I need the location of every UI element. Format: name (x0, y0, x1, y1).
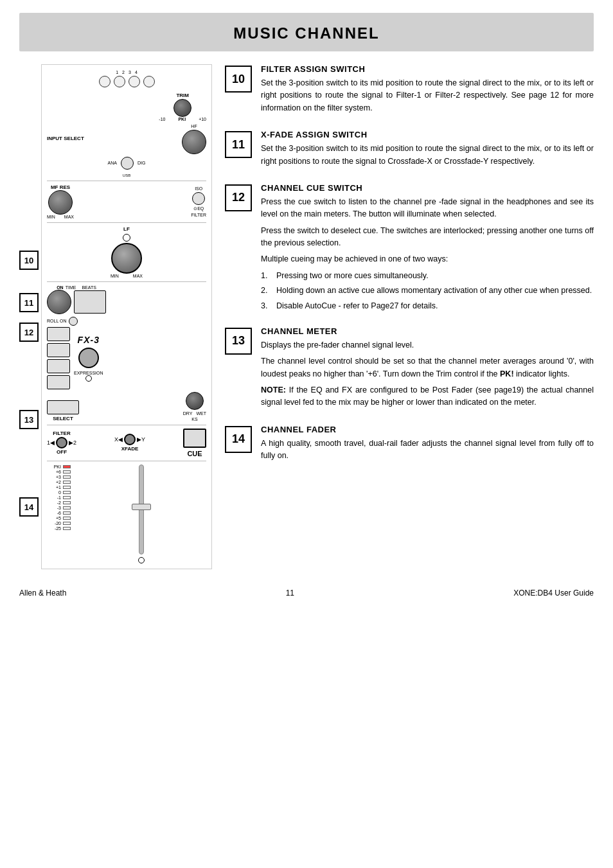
section-12-para-0: Press the cue switch to listen to the ch… (261, 196, 594, 221)
descriptions-panel: 10 FILTER ASSIGN SWITCH Set the 3-positi… (225, 64, 594, 569)
ana-button[interactable] (121, 157, 134, 170)
section-12-para-2: Multiple cueing may be achieved in one o… (261, 253, 594, 265)
input-jack-1 (99, 76, 111, 87)
section-13-para-1: The channel level control should be set … (261, 355, 594, 380)
page-footer: Allen & Heath 11 XONE:DB4 User Guide (19, 589, 594, 598)
input-jack-2 (114, 76, 125, 87)
section-12-body: CHANNEL CUE SWITCH Press the cue switch … (261, 183, 594, 315)
number-box-10: 10 (225, 66, 252, 93)
trim-knob (173, 99, 191, 117)
section-10-para-0: Set the 3-position switch to its mid pos… (261, 77, 594, 114)
channel-meter: PKI +6 +3 +2 +1 0 -1 -2 -3 -6 +5 -20 -25 (47, 465, 71, 531)
badge-13: 13 (19, 410, 39, 429)
channel-strip: 1 2 3 4 TRIM (41, 64, 212, 569)
section-13-body: CHANNEL METER Displays the pre-fader cha… (261, 326, 594, 413)
section-14-title: CHANNEL FADER (261, 425, 594, 434)
hf-knob (182, 130, 206, 154)
section-13-para-2: NOTE: If the EQ and FX are configured to… (261, 384, 594, 409)
fx-btn-2[interactable] (47, 343, 70, 357)
badge-10: 10 (19, 251, 39, 270)
page-title: MUSIC CHANNEL (19, 24, 594, 42)
section-12-para-1: Press the switch to deselect cue. The sw… (261, 225, 594, 250)
section-11-body: X-FADE ASSIGN SWITCH Set the 3-position … (261, 130, 594, 172)
filter-switch[interactable] (56, 437, 67, 448)
input-select-label: INPUT SELECT (47, 136, 84, 142)
section-12-text: Press the cue switch to listen to the ch… (261, 196, 594, 312)
cue-label: CUE (187, 450, 202, 457)
mf-res-knob (48, 190, 73, 215)
fx-btn-3[interactable] (47, 359, 70, 373)
section-12: 12 CHANNEL CUE SWITCH Press the cue swit… (225, 183, 594, 315)
badge-column: 10 11 12 13 14 (19, 64, 39, 569)
section-12-list-3: 3. Disable AutoCue - refer to Page27 for… (261, 300, 594, 312)
badge-14: 14 (19, 497, 39, 517)
section-13-title: CHANNEL METER (261, 326, 594, 336)
section-11-text: Set the 3-position switch to its mid pos… (261, 143, 594, 168)
section-14-para-0: A high quality, smooth travel, dual-rail… (261, 438, 594, 463)
input-jack-3 (129, 76, 140, 87)
section-11-title: X-FADE ASSIGN SWITCH (261, 130, 594, 139)
badge-12: 12 (19, 323, 39, 342)
section-12-title: CHANNEL CUE SWITCH (261, 183, 594, 193)
badge-11: 11 (19, 293, 39, 312)
section-14-text: A high quality, smooth travel, dual-rail… (261, 438, 594, 463)
xfade-switch[interactable] (124, 434, 136, 445)
fader-led (138, 557, 145, 563)
footer-left: Allen & Heath (19, 589, 66, 598)
section-10-body: FILTER ASSIGN SWITCH Set the 3-position … (261, 64, 594, 118)
trim-label: TRIM (176, 93, 189, 99)
section-10-text: Set the 3-position switch to its mid pos… (261, 77, 594, 114)
fx3-label: FX-3 (78, 335, 100, 345)
number-box-13: 13 (225, 328, 252, 355)
footer-center: 11 (286, 589, 294, 598)
fx-expression-knob (78, 348, 99, 368)
section-11: 11 X-FADE ASSIGN SWITCH Set the 3-positi… (225, 130, 594, 172)
cue-button[interactable] (183, 429, 206, 448)
section-11-para-0: Set the 3-position switch to its mid pos… (261, 143, 594, 168)
section-14-body: CHANNEL FADER A high quality, smooth tra… (261, 425, 594, 466)
roll-on-button[interactable] (69, 317, 78, 326)
section-13: 13 CHANNEL METER Displays the pre-fader … (225, 326, 594, 413)
number-box-12: 12 (225, 184, 252, 211)
dry-wet-knob (186, 392, 204, 410)
number-box-14: 14 (225, 426, 252, 453)
section-14: 14 CHANNEL FADER A high quality, smooth … (225, 425, 594, 466)
footer-right: XONE:DB4 User Guide (513, 589, 594, 598)
section-12-list-1: 1. Pressing two or more cues simultaneou… (261, 270, 594, 282)
section-10-title: FILTER ASSIGN SWITCH (261, 64, 594, 74)
fx-btn-4[interactable] (47, 375, 70, 389)
time-knob (47, 290, 71, 314)
section-13-para-0: Displays the pre-fader channel signal le… (261, 339, 594, 351)
input-jack-4 (143, 76, 155, 87)
channel-strip-diagram: 10 11 12 13 14 (19, 64, 212, 569)
expression-led (85, 375, 92, 382)
section-10: 10 FILTER ASSIGN SWITCH Set the 3-positi… (225, 64, 594, 118)
number-box-11: 11 (225, 131, 252, 158)
page-title-bar: MUSIC CHANNEL (19, 13, 594, 51)
iso-button (192, 192, 205, 205)
select-button[interactable] (47, 400, 79, 414)
section-13-text: Displays the pre-fader channel signal le… (261, 339, 594, 409)
section-12-list-2: 2. Holding down an active cue allows mom… (261, 285, 594, 297)
beats-display (74, 290, 106, 314)
lf-knob (111, 243, 142, 274)
channel-fader[interactable] (139, 465, 144, 554)
fx-btn-1[interactable] (47, 327, 70, 341)
